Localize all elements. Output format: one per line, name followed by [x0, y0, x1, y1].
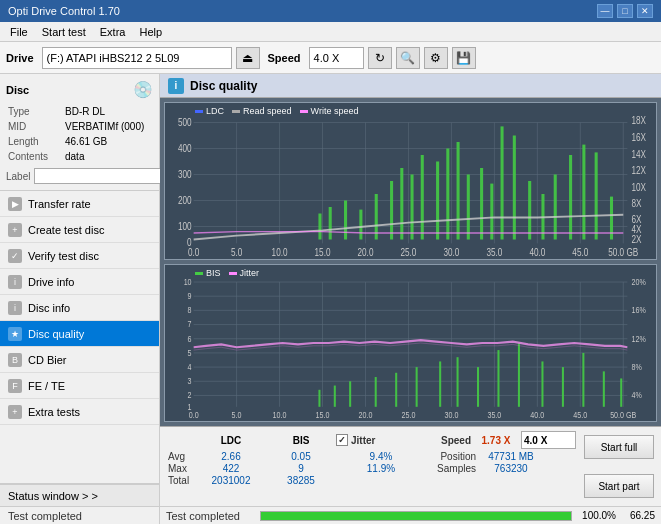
svg-text:40.0: 40.0	[529, 248, 545, 259]
svg-text:40.0: 40.0	[530, 409, 544, 420]
chart1-svg: 500 400 300 200 100 0 18X 16X 14X 12X 10…	[165, 103, 656, 259]
svg-rect-61	[569, 155, 572, 240]
progress-bar-fill	[261, 512, 571, 520]
label-row: Label ⋯	[6, 168, 153, 184]
sidebar-item-disc-info[interactable]: i Disc info	[0, 295, 159, 321]
verify-test-disc-icon: ✓	[8, 249, 22, 263]
svg-text:16%: 16%	[631, 304, 646, 315]
sidebar-item-disc-quality[interactable]: ★ Disc quality	[0, 321, 159, 347]
svg-text:10X: 10X	[631, 183, 646, 194]
eject-button[interactable]: ⏏	[236, 47, 260, 69]
create-test-disc-icon: +	[8, 223, 22, 237]
svg-text:4: 4	[188, 361, 192, 372]
disc-quality-icon: ★	[8, 327, 22, 341]
svg-rect-52	[457, 142, 460, 240]
disc-eject-icon[interactable]: 💿	[133, 80, 153, 99]
svg-rect-44	[359, 210, 362, 240]
drive-label: Drive	[6, 52, 34, 64]
max-jitter: 11.9%	[336, 463, 426, 474]
close-button[interactable]: ✕	[637, 4, 653, 18]
chart2-svg: 10 9 8 7 6 5 4 3 2 1 20% 16% 12% 8% 4%	[165, 265, 656, 421]
speed-select-stats[interactable]: 4.0 X	[521, 431, 576, 449]
start-part-button[interactable]: Start part	[584, 474, 654, 498]
sidebar-item-cd-bier[interactable]: B CD Bier	[0, 347, 159, 373]
svg-rect-43	[344, 201, 347, 240]
menu-help[interactable]: Help	[133, 24, 168, 40]
svg-text:45.0: 45.0	[573, 409, 587, 420]
svg-rect-122	[562, 367, 564, 407]
drive-select[interactable]: (F:) ATAPI iHBS212 2 5L09	[42, 47, 232, 69]
avg-ldc: 2.66	[196, 451, 266, 462]
svg-rect-41	[318, 214, 321, 240]
label-label: Label	[6, 171, 30, 182]
samples-val: 763230	[476, 463, 546, 474]
window-controls: — □ ✕	[597, 4, 653, 18]
svg-text:8%: 8%	[631, 361, 642, 372]
app-title: Opti Drive Control 1.70	[8, 5, 120, 17]
speed-label: Speed	[268, 52, 301, 64]
save-button[interactable]: 💾	[452, 47, 476, 69]
svg-text:30.0: 30.0	[443, 248, 459, 259]
max-ldc: 422	[196, 463, 266, 474]
sidebar-item-fe-te[interactable]: F FE / TE	[0, 373, 159, 399]
status-text: Test completed	[4, 510, 86, 522]
speed-select[interactable]: 4.0 X	[309, 47, 364, 69]
svg-rect-49	[421, 155, 424, 240]
read-speed-legend-dot	[232, 110, 240, 113]
svg-rect-63	[595, 152, 598, 239]
bis-chart: BIS Jitter	[164, 264, 657, 422]
svg-text:35.0: 35.0	[487, 409, 501, 420]
mid-label: MID	[8, 120, 63, 133]
svg-text:10: 10	[184, 276, 192, 287]
sidebar-item-extra-tests[interactable]: + Extra tests	[0, 399, 159, 425]
label-input[interactable]	[34, 168, 163, 184]
avg-bis: 0.05	[266, 451, 336, 462]
scan-button[interactable]: 🔍	[396, 47, 420, 69]
svg-text:30.0: 30.0	[444, 409, 458, 420]
samples-label: Samples	[426, 463, 476, 474]
svg-rect-42	[329, 207, 332, 240]
svg-rect-57	[513, 136, 516, 240]
stats-table-area: LDC BIS ✓ Jitter Speed 1.73 X 4.0 X Avg …	[168, 431, 576, 502]
jitter-col-header: Jitter	[351, 435, 375, 446]
svg-rect-120	[518, 343, 520, 407]
svg-rect-111	[334, 386, 336, 407]
type-value: BD-R DL	[65, 105, 151, 118]
sidebar-item-drive-info[interactable]: i Drive info	[0, 269, 159, 295]
contents-value: data	[65, 150, 151, 163]
type-label: Type	[8, 105, 63, 118]
svg-text:8X: 8X	[631, 198, 642, 209]
svg-rect-53	[467, 175, 470, 240]
chart1-legend: LDC Read speed Write speed	[195, 106, 358, 116]
sidebar-item-create-test-disc[interactable]: + Create test disc	[0, 217, 159, 243]
start-full-button[interactable]: Start full	[584, 435, 654, 459]
refresh-button[interactable]: ↻	[368, 47, 392, 69]
svg-text:25.0: 25.0	[401, 409, 415, 420]
jitter-checkbox[interactable]: ✓	[336, 434, 348, 446]
svg-text:12%: 12%	[631, 332, 646, 343]
sidebar: Disc 💿 Type BD-R DL MID VERBATIMf (000) …	[0, 74, 160, 524]
disc-quality-icon: i	[168, 78, 184, 94]
sidebar-item-verify-test-disc[interactable]: ✓ Verify test disc	[0, 243, 159, 269]
mid-value: VERBATIMf (000)	[65, 120, 151, 133]
svg-text:5: 5	[188, 347, 192, 358]
svg-text:7: 7	[188, 318, 192, 329]
bis-legend-item: BIS	[195, 268, 221, 278]
svg-rect-121	[541, 361, 543, 406]
svg-text:35.0: 35.0	[486, 248, 502, 259]
menu-extra[interactable]: Extra	[94, 24, 132, 40]
maximize-button[interactable]: □	[617, 4, 633, 18]
svg-text:4%: 4%	[631, 389, 642, 400]
svg-rect-112	[349, 381, 351, 407]
menu-bar: File Start test Extra Help	[0, 22, 661, 42]
svg-text:200: 200	[178, 196, 192, 207]
settings-button[interactable]: ⚙	[424, 47, 448, 69]
progress-row: Test completed	[0, 506, 159, 524]
status-window-button[interactable]: Status window > >	[0, 484, 159, 506]
menu-file[interactable]: File	[4, 24, 34, 40]
menu-start-test[interactable]: Start test	[36, 24, 92, 40]
sidebar-item-transfer-rate[interactable]: ▶ Transfer rate	[0, 191, 159, 217]
svg-text:10.0: 10.0	[273, 409, 287, 420]
minimize-button[interactable]: —	[597, 4, 613, 18]
progress-percent: 100.0%	[576, 510, 616, 521]
